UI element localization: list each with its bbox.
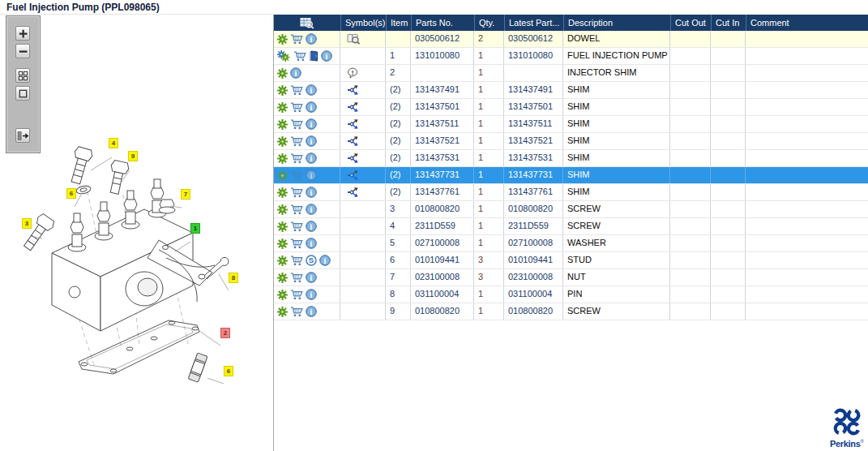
gear-icon[interactable]	[277, 187, 288, 198]
table-row[interactable]: i(2)1314375011131437501SHIM	[274, 99, 868, 116]
cart-icon[interactable]	[290, 187, 303, 198]
cell-symbol	[340, 82, 386, 98]
table-row[interactable]: i(2)1314374911131437491SHIM	[274, 82, 868, 99]
cell-description: SCREW	[563, 303, 670, 320]
info-icon[interactable]: i	[306, 187, 317, 198]
table-row[interactable]: i70231000083023100008NUT	[274, 269, 868, 286]
cell-item: (2)	[386, 167, 411, 183]
info-icon[interactable]: i	[306, 272, 317, 283]
gear-icon[interactable]	[277, 256, 288, 266]
single-view-button[interactable]	[15, 86, 30, 101]
cart-icon[interactable]	[290, 204, 303, 215]
cart-icon[interactable]	[290, 221, 303, 232]
zoom-in-button[interactable]	[15, 26, 30, 41]
cell-latest: 131010080	[504, 48, 563, 64]
table-row[interactable]: i30108008201010800820SCREW	[274, 201, 868, 218]
thumbnail-view-button[interactable]	[15, 68, 30, 83]
info-icon[interactable]: i	[306, 101, 317, 113]
info-icon[interactable]: i	[306, 204, 317, 215]
table-row[interactable]: i(2)1314377611131437761SHIM	[274, 184, 868, 201]
cart-icon[interactable]	[290, 119, 303, 130]
cart-icon[interactable]	[290, 290, 303, 300]
cart-icon[interactable]	[290, 153, 303, 164]
callout-label-2[interactable]: 2	[220, 328, 230, 338]
table-row[interactable]: i0305006122030500612DOWEL	[274, 31, 868, 48]
callout-label-1[interactable]: 1	[190, 223, 200, 234]
cart-icon[interactable]	[290, 170, 303, 181]
cell-qty: 1	[474, 133, 504, 149]
zoom-out-button[interactable]	[15, 44, 30, 58]
table-row[interactable]: Si60101094413010109441STUD	[274, 252, 868, 269]
gear-icon[interactable]	[277, 204, 288, 215]
gear-icon[interactable]	[277, 68, 288, 79]
callout-label-3[interactable]: 3	[22, 218, 32, 229]
cart-icon[interactable]	[290, 102, 303, 113]
cell-cut_in	[711, 82, 746, 98]
callout-label-8[interactable]: 8	[229, 273, 238, 283]
cell-cut_in	[711, 65, 746, 81]
gear-icon[interactable]	[277, 119, 288, 130]
book-icon[interactable]	[309, 50, 319, 62]
info-icon[interactable]: i	[321, 50, 332, 62]
info-icon[interactable]: i	[306, 221, 317, 232]
callout-label-7[interactable]: 7	[181, 189, 190, 200]
info-icon[interactable]: i	[306, 84, 317, 96]
table-row[interactable]: i(2)1314375311131437531SHIM	[274, 150, 868, 167]
table-row[interactable]: i50271000081027100008WASHER	[274, 235, 868, 252]
info-icon[interactable]: i	[306, 135, 317, 147]
cart-icon[interactable]	[290, 256, 303, 266]
toggle-list-button[interactable]	[15, 128, 30, 143]
gear-icon[interactable]	[277, 136, 288, 147]
gear-icon[interactable]	[277, 273, 288, 283]
cart-icon[interactable]	[290, 136, 303, 147]
table-row[interactable]: i(2)1314375211131437521SHIM	[274, 133, 868, 150]
cell-latest: 027100008	[504, 235, 563, 251]
cell-item: 4	[386, 218, 411, 234]
gear-icon[interactable]	[277, 290, 288, 300]
table-row[interactable]: i11310100801131010080FUEL INJECTION PUMP	[274, 48, 868, 65]
gear-double-icon[interactable]	[277, 50, 291, 62]
cart-icon[interactable]	[290, 273, 303, 283]
gear-icon[interactable]	[277, 102, 288, 113]
gear-icon[interactable]	[277, 238, 288, 249]
cell-qty: 1	[474, 286, 504, 303]
cell-cut_out	[670, 133, 711, 149]
info-icon[interactable]: i	[306, 33, 317, 45]
cart-icon[interactable]	[293, 51, 306, 62]
info-icon[interactable]: i	[319, 255, 331, 266]
info-icon[interactable]: i	[306, 289, 317, 300]
callout-label-9[interactable]: 9	[128, 151, 138, 161]
cell-description: SHIM	[563, 167, 670, 183]
info-icon[interactable]: i	[306, 170, 317, 181]
svg-text:i: i	[310, 205, 313, 214]
info-icon[interactable]: i	[306, 118, 317, 130]
table-row[interactable]: i(2)1314375111131437511SHIM	[274, 116, 868, 133]
info-icon[interactable]: i	[290, 67, 301, 79]
gear-icon[interactable]	[277, 221, 288, 232]
table-row[interactable]: i!21INJECTOR SHIM	[274, 65, 868, 82]
gear-icon[interactable]	[277, 307, 288, 317]
cart-icon[interactable]	[290, 238, 303, 249]
column-header-actions[interactable]	[274, 15, 340, 31]
table-row[interactable]: i80311000041031100004PIN	[274, 286, 868, 303]
gear-icon[interactable]	[277, 85, 288, 96]
gear-icon[interactable]	[277, 34, 288, 45]
callout-label-6[interactable]: 6	[66, 188, 76, 199]
callout-label-6[interactable]: 6	[224, 366, 233, 376]
gear-icon[interactable]	[277, 153, 288, 164]
cell-item: (2)	[386, 82, 411, 98]
table-row[interactable]: i90108008201010800820SCREW	[274, 303, 868, 320]
s-badge-icon[interactable]: S	[306, 255, 317, 266]
info-icon[interactable]: i	[306, 238, 317, 249]
cell-actions: i	[274, 269, 340, 286]
cart-icon[interactable]	[290, 34, 303, 45]
cart-icon[interactable]	[290, 85, 303, 96]
info-icon[interactable]: i	[306, 306, 317, 317]
info-icon[interactable]: i	[306, 152, 317, 164]
callout-label-4[interactable]: 4	[109, 138, 118, 148]
cell-comment	[746, 286, 868, 303]
table-row[interactable]: i42311D55912311D559SCREW	[274, 218, 868, 235]
cart-icon[interactable]	[290, 307, 303, 317]
gear-icon[interactable]	[277, 170, 288, 181]
table-row[interactable]: i(2)1314377311131437731SHIM	[274, 167, 868, 184]
